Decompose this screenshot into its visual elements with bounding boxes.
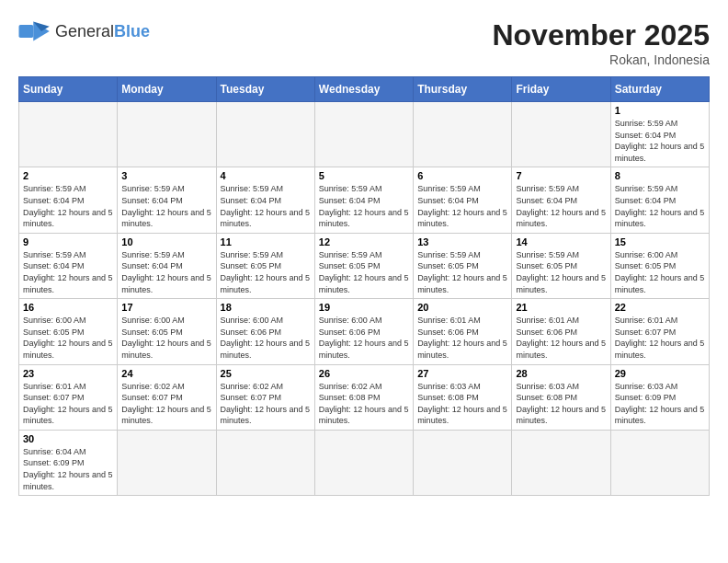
day-number: 11 <box>221 236 311 247</box>
calendar-cell: 30Sunrise: 6:04 AM Sunset: 6:09 PM Dayli… <box>19 430 118 495</box>
day-number: 25 <box>221 368 311 379</box>
calendar-cell <box>512 430 610 495</box>
weekday-header-sunday: Sunday <box>19 77 118 102</box>
day-info: Sunrise: 6:02 AM Sunset: 6:08 PM Dayligh… <box>319 381 409 427</box>
day-number: 2 <box>23 170 113 181</box>
calendar-cell: 29Sunrise: 6:03 AM Sunset: 6:09 PM Dayli… <box>610 364 709 430</box>
weekday-header-saturday: Saturday <box>610 77 709 102</box>
day-info: Sunrise: 6:01 AM Sunset: 6:06 PM Dayligh… <box>417 315 507 361</box>
calendar-cell: 23Sunrise: 6:01 AM Sunset: 6:07 PM Dayli… <box>19 364 118 430</box>
day-number: 13 <box>417 236 507 247</box>
weekday-header-monday: Monday <box>118 77 216 102</box>
day-number: 4 <box>221 170 311 181</box>
day-number: 30 <box>23 433 113 444</box>
day-info: Sunrise: 5:59 AM Sunset: 6:04 PM Dayligh… <box>417 183 507 229</box>
calendar-cell: 11Sunrise: 5:59 AM Sunset: 6:05 PM Dayli… <box>216 233 314 298</box>
day-info: Sunrise: 5:59 AM Sunset: 6:04 PM Dayligh… <box>121 183 211 229</box>
day-info: Sunrise: 6:01 AM Sunset: 6:06 PM Dayligh… <box>516 315 606 361</box>
calendar-cell: 13Sunrise: 5:59 AM Sunset: 6:05 PM Dayli… <box>414 233 512 298</box>
calendar-cell <box>118 102 216 167</box>
day-info: Sunrise: 6:00 AM Sunset: 6:05 PM Dayligh… <box>121 315 211 361</box>
day-info: Sunrise: 5:59 AM Sunset: 6:04 PM Dayligh… <box>221 183 311 229</box>
day-number: 7 <box>516 170 606 181</box>
calendar-cell: 5Sunrise: 5:59 AM Sunset: 6:04 PM Daylig… <box>314 167 413 233</box>
weekday-header-tuesday: Tuesday <box>216 77 314 102</box>
calendar-cell: 8Sunrise: 5:59 AM Sunset: 6:04 PM Daylig… <box>610 167 709 233</box>
day-info: Sunrise: 6:04 AM Sunset: 6:09 PM Dayligh… <box>23 446 113 492</box>
day-info: Sunrise: 5:59 AM Sunset: 6:04 PM Dayligh… <box>319 183 409 229</box>
weekday-header-row: SundayMondayTuesdayWednesdayThursdayFrid… <box>19 77 710 102</box>
calendar-cell <box>610 430 709 495</box>
calendar-week-row: 23Sunrise: 6:01 AM Sunset: 6:07 PM Dayli… <box>19 364 710 430</box>
calendar-cell <box>314 430 413 495</box>
location: Rokan, Indonesia <box>492 52 710 67</box>
day-info: Sunrise: 5:59 AM Sunset: 6:05 PM Dayligh… <box>516 249 606 295</box>
day-info: Sunrise: 5:59 AM Sunset: 6:04 PM Dayligh… <box>121 249 211 295</box>
calendar-cell <box>216 430 314 495</box>
weekday-header-friday: Friday <box>512 77 610 102</box>
day-info: Sunrise: 5:59 AM Sunset: 6:04 PM Dayligh… <box>23 183 113 229</box>
day-number: 10 <box>121 236 211 247</box>
calendar-cell: 10Sunrise: 5:59 AM Sunset: 6:04 PM Dayli… <box>118 233 216 298</box>
day-info: Sunrise: 6:00 AM Sunset: 6:05 PM Dayligh… <box>23 315 113 361</box>
calendar-cell: 4Sunrise: 5:59 AM Sunset: 6:04 PM Daylig… <box>216 167 314 233</box>
calendar-cell: 21Sunrise: 6:01 AM Sunset: 6:06 PM Dayli… <box>512 299 610 364</box>
day-number: 17 <box>121 302 211 313</box>
day-number: 22 <box>615 302 705 313</box>
day-number: 1 <box>615 105 705 116</box>
day-info: Sunrise: 6:00 AM Sunset: 6:05 PM Dayligh… <box>615 249 705 295</box>
day-number: 6 <box>417 170 507 181</box>
day-number: 29 <box>615 368 705 379</box>
calendar-week-row: 16Sunrise: 6:00 AM Sunset: 6:05 PM Dayli… <box>19 299 710 364</box>
day-info: Sunrise: 6:03 AM Sunset: 6:08 PM Dayligh… <box>417 381 507 427</box>
calendar-cell: 18Sunrise: 6:00 AM Sunset: 6:06 PM Dayli… <box>216 299 314 364</box>
calendar-cell: 25Sunrise: 6:02 AM Sunset: 6:07 PM Dayli… <box>216 364 314 430</box>
calendar-cell: 28Sunrise: 6:03 AM Sunset: 6:08 PM Dayli… <box>512 364 610 430</box>
day-number: 12 <box>319 236 409 247</box>
calendar-cell: 7Sunrise: 5:59 AM Sunset: 6:04 PM Daylig… <box>512 167 610 233</box>
calendar-table: SundayMondayTuesdayWednesdayThursdayFrid… <box>18 76 710 496</box>
day-number: 19 <box>319 302 409 313</box>
day-info: Sunrise: 5:59 AM Sunset: 6:04 PM Dayligh… <box>23 249 113 295</box>
day-info: Sunrise: 6:02 AM Sunset: 6:07 PM Dayligh… <box>121 381 211 427</box>
day-number: 5 <box>319 170 409 181</box>
day-info: Sunrise: 5:59 AM Sunset: 6:05 PM Dayligh… <box>221 249 311 295</box>
day-number: 14 <box>516 236 606 247</box>
calendar-week-row: 1Sunrise: 5:59 AM Sunset: 6:04 PM Daylig… <box>19 102 710 167</box>
logo-icon <box>18 18 51 44</box>
day-number: 28 <box>516 368 606 379</box>
day-number: 23 <box>23 368 113 379</box>
day-info: Sunrise: 5:59 AM Sunset: 6:04 PM Dayligh… <box>615 183 705 229</box>
calendar-week-row: 9Sunrise: 5:59 AM Sunset: 6:04 PM Daylig… <box>19 233 710 298</box>
calendar-cell: 1Sunrise: 5:59 AM Sunset: 6:04 PM Daylig… <box>610 102 709 167</box>
calendar-cell: 24Sunrise: 6:02 AM Sunset: 6:07 PM Dayli… <box>118 364 216 430</box>
logo-text: GeneralBlue <box>55 22 150 41</box>
calendar-cell <box>118 430 216 495</box>
svg-rect-0 <box>19 25 34 38</box>
day-number: 27 <box>417 368 507 379</box>
day-number: 20 <box>417 302 507 313</box>
calendar-cell: 6Sunrise: 5:59 AM Sunset: 6:04 PM Daylig… <box>414 167 512 233</box>
day-info: Sunrise: 6:00 AM Sunset: 6:06 PM Dayligh… <box>319 315 409 361</box>
day-number: 8 <box>615 170 705 181</box>
calendar-week-row: 2Sunrise: 5:59 AM Sunset: 6:04 PM Daylig… <box>19 167 710 233</box>
day-info: Sunrise: 5:59 AM Sunset: 6:05 PM Dayligh… <box>319 249 409 295</box>
day-number: 24 <box>121 368 211 379</box>
day-number: 15 <box>615 236 705 247</box>
calendar-cell: 22Sunrise: 6:01 AM Sunset: 6:07 PM Dayli… <box>610 299 709 364</box>
day-number: 9 <box>23 236 113 247</box>
day-number: 18 <box>221 302 311 313</box>
calendar-cell <box>216 102 314 167</box>
day-info: Sunrise: 6:00 AM Sunset: 6:06 PM Dayligh… <box>221 315 311 361</box>
day-info: Sunrise: 5:59 AM Sunset: 6:04 PM Dayligh… <box>516 183 606 229</box>
day-number: 3 <box>121 170 211 181</box>
weekday-header-thursday: Thursday <box>414 77 512 102</box>
page-header: GeneralBlue November 2025 Rokan, Indones… <box>18 18 710 67</box>
day-info: Sunrise: 5:59 AM Sunset: 6:04 PM Dayligh… <box>615 118 705 164</box>
calendar-cell: 2Sunrise: 5:59 AM Sunset: 6:04 PM Daylig… <box>19 167 118 233</box>
calendar-cell: 27Sunrise: 6:03 AM Sunset: 6:08 PM Dayli… <box>414 364 512 430</box>
day-number: 26 <box>319 368 409 379</box>
day-info: Sunrise: 6:01 AM Sunset: 6:07 PM Dayligh… <box>23 381 113 427</box>
day-info: Sunrise: 6:02 AM Sunset: 6:07 PM Dayligh… <box>221 381 311 427</box>
calendar-cell <box>314 102 413 167</box>
